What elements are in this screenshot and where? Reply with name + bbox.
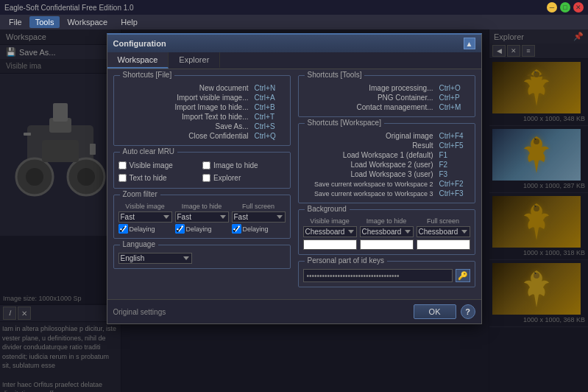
shortcut-row: PNG Container... Ctrl+P — [303, 93, 470, 102]
shortcut-row: Image processing... Ctrl+O — [303, 83, 470, 93]
shortcuts-workspace-content: Original image Ctrl+F4 Result Ctrl+F5 Lo… — [299, 124, 475, 203]
shortcut-row: Result Ctrl+F5 — [303, 141, 470, 150]
zoom-filter-content: Visible image Fast Bilinear Bicubic Imag… — [114, 195, 290, 238]
checkbox-explorer: Explorer — [202, 172, 286, 183]
zoom-visible-select[interactable]: Fast Bilinear Bicubic — [118, 211, 172, 223]
language-row: English French German Russian — [118, 253, 286, 264]
dialog-title: Configuration — [113, 39, 166, 48]
menu-tools[interactable]: Tools — [29, 16, 60, 28]
dialog-footer: Original settings OK ? — [107, 299, 481, 323]
personal-id-content: 🔑 — [299, 262, 475, 287]
bg-fullscreen-color[interactable] — [417, 239, 470, 250]
auto-clear-mru-title: Auto clear MRU — [120, 147, 178, 155]
zoom-visible: Visible image Fast Bilinear Bicubic — [118, 203, 172, 223]
zoom-fullscreen-select[interactable]: Fast Bilinear Bicubic — [232, 211, 286, 223]
bg-fullscreen-select[interactable]: Chessboard Black White Custom — [417, 226, 470, 237]
visible-image-checkbox[interactable] — [118, 161, 127, 169]
tab-explorer[interactable]: Explorer — [169, 52, 220, 69]
text-to-hide-checkbox[interactable] — [118, 174, 127, 182]
checkbox-grid: Visible image Image to hide Text to hide — [118, 160, 286, 183]
help-button[interactable]: ? — [461, 304, 475, 319]
delay-hide: Delaying — [175, 224, 229, 234]
tab-workspace[interactable]: Workspace — [107, 52, 169, 69]
shortcut-row: Close Confidential Ctrl+Q — [118, 131, 286, 141]
shortcuts-file-content: New document Ctrl+N Import visible image… — [114, 76, 290, 145]
shortcuts-tools-section: Shortcuts [Tools] Image processing... Ct… — [298, 75, 475, 117]
auto-clear-mru-section: Auto clear MRU Visible image Image to hi… — [113, 152, 291, 189]
checkbox-image-to-hide: Image to hide — [202, 160, 286, 171]
maximize-button[interactable]: □ — [560, 2, 570, 13]
shortcut-row: Save As... Ctrl+S — [118, 122, 286, 131]
background-content: Visible image Chessboard Black White Cus… — [299, 210, 475, 254]
bg-hide: Image to hide Chessboard Black White Cus… — [360, 217, 414, 250]
language-section: Language English French German Russian — [113, 245, 291, 269]
dialog-col-left: Shortcuts [File] New document Ctrl+N Imp… — [113, 75, 291, 293]
zoom-hide: Image to hide Fast Bilinear Bicubic — [175, 203, 229, 223]
bg-visible-select[interactable]: Chessboard Black White Custom — [303, 226, 357, 237]
delay-fullscreen: Delaying — [232, 224, 286, 234]
auto-clear-mru-content: Visible image Image to hide Text to hide — [114, 153, 290, 188]
bg-visible-color[interactable] — [303, 239, 357, 250]
language-select[interactable]: English French German Russian — [118, 253, 192, 264]
shortcut-row: Import Image to hide... Ctrl+B — [118, 102, 286, 112]
delaying-row: Delaying Delaying Delaying — [118, 224, 286, 234]
checkbox-text-to-hide: Text to hide — [118, 172, 202, 183]
close-button[interactable]: ✕ — [573, 2, 584, 13]
shortcuts-file-section: Shortcuts [File] New document Ctrl+N Imp… — [113, 75, 291, 146]
bg-fullscreen: Full screen Chessboard Black White Custo… — [417, 217, 470, 250]
menu-bar: File Tools Workspace Help — [0, 15, 588, 29]
zoom-filter-section: Zoom filter Visible image Fast Bilinear … — [113, 195, 291, 239]
personal-id-title: Personal part of id keys — [305, 256, 388, 265]
personal-id-input[interactable] — [303, 269, 453, 282]
shortcut-row: Save current workspace to Workspace 3 Ct… — [303, 189, 470, 198]
zoom-hide-select[interactable]: Fast Bilinear Bicubic — [175, 211, 229, 223]
shortcuts-file-title: Shortcuts [File] — [120, 71, 175, 79]
shortcut-row: Import visible image... Ctrl+A — [118, 93, 286, 102]
shortcut-row: Save current workspace to Workspace 2 Ct… — [303, 179, 470, 189]
title-bar: Eagle-Soft Confidential Free Edition 1.0… — [0, 0, 588, 15]
dialog-col-right: Shortcuts [Tools] Image processing... Ct… — [298, 75, 475, 293]
bg-hide-select[interactable]: Chessboard Black White Custom — [360, 226, 414, 237]
minimize-button[interactable]: ─ — [547, 2, 557, 13]
dialog-tabs: Workspace Explorer — [107, 52, 481, 69]
shortcut-row: Load Workspace 2 (user) F2 — [303, 160, 470, 169]
menu-file[interactable]: File — [3, 16, 28, 28]
configuration-dialog: Configuration ▲ Workspace Explorer Short… — [107, 33, 482, 324]
dialog-title-bar: Configuration ▲ — [107, 35, 481, 52]
explorer-checkbox[interactable] — [202, 174, 210, 182]
original-settings-label: Original settings — [113, 308, 166, 316]
image-to-hide-checkbox[interactable] — [202, 161, 210, 169]
bg-visible: Visible image Chessboard Black White Cus… — [303, 217, 357, 250]
personal-id-section: Personal part of id keys 🔑 — [298, 261, 475, 287]
language-title: Language — [120, 240, 159, 248]
shortcut-row: Original image Ctrl+F4 — [303, 131, 470, 141]
background-title: Background — [305, 205, 350, 213]
background-section: Background Visible image Chessboard Blac… — [298, 209, 475, 255]
menu-workspace[interactable]: Workspace — [61, 16, 113, 28]
footer-right: OK ? — [414, 304, 475, 319]
shortcut-row: Import Text to hide... Ctrl+T — [118, 112, 286, 122]
shortcuts-tools-content: Image processing... Ctrl+O PNG Container… — [299, 76, 475, 116]
dialog-content: Shortcuts [File] New document Ctrl+N Imp… — [107, 69, 481, 299]
delay-visible: Delaying — [118, 224, 172, 234]
shortcut-row: Contact management... Ctrl+M — [303, 102, 470, 112]
ok-button[interactable]: OK — [414, 304, 456, 319]
delay-fullscreen-checkbox[interactable] — [232, 224, 241, 234]
dialog-columns: Shortcuts [File] New document Ctrl+N Imp… — [113, 75, 475, 293]
shortcuts-workspace-section: Shortcuts [Workspace] Original image Ctr… — [298, 123, 475, 203]
id-key-button[interactable]: 🔑 — [456, 269, 470, 282]
checkbox-visible-image: Visible image — [118, 160, 202, 171]
zoom-filter-row: Visible image Fast Bilinear Bicubic Imag… — [118, 203, 286, 223]
app-title: Eagle-Soft Confidential Free Edition 1.0 — [4, 4, 134, 12]
delay-hide-checkbox[interactable] — [175, 224, 185, 234]
zoom-filter-title: Zoom filter — [120, 190, 160, 198]
menu-help[interactable]: Help — [115, 16, 144, 28]
dialog-close-button[interactable]: ▲ — [464, 38, 475, 49]
delay-visible-checkbox[interactable] — [118, 224, 128, 234]
shortcut-row: New document Ctrl+N — [118, 83, 286, 93]
bg-hide-color[interactable] — [360, 239, 414, 250]
shortcuts-workspace-title: Shortcuts [Workspace] — [305, 119, 384, 127]
personal-id-row: 🔑 — [303, 269, 470, 282]
zoom-fullscreen: Full screen Fast Bilinear Bicubic — [232, 203, 286, 223]
window-controls: ─ □ ✕ — [547, 2, 584, 13]
